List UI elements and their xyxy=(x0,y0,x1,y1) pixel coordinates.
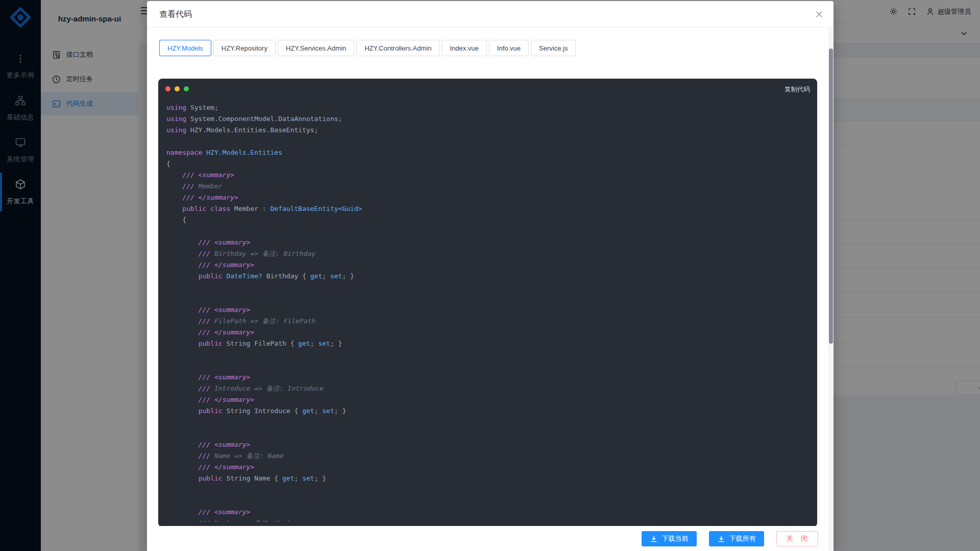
download-all-button[interactable]: 下载所有 xyxy=(709,531,764,546)
green-dot-icon xyxy=(184,86,189,91)
code-line xyxy=(166,484,809,495)
code-line: /// Birthday => 备注: Birthday xyxy=(166,248,809,259)
code-line xyxy=(166,495,809,507)
code-line: using HZY.Models.Entities.BaseEntitys; xyxy=(166,125,809,136)
dialog-footer: 下载当前 下载所有 关 闭 xyxy=(147,526,828,551)
tab-service-js[interactable]: Service.js xyxy=(531,40,576,56)
code-line: /// </summary> xyxy=(166,327,809,338)
code-line: using System; xyxy=(166,102,809,113)
tab-hzy-models[interactable]: HZY.Models xyxy=(159,40,211,56)
modal-scrollbar-track xyxy=(828,28,834,551)
code-line: public String FilePath { get; set; } xyxy=(166,338,809,349)
code-line xyxy=(166,293,809,304)
code-line xyxy=(166,136,809,147)
code-line: /// <summary> xyxy=(166,237,809,248)
code-content: using System;using System.ComponentModel… xyxy=(158,97,817,522)
copy-code-button[interactable]: 复制代码 xyxy=(785,85,810,94)
yellow-dot-icon xyxy=(175,86,180,91)
code-line: /// </summary> xyxy=(166,462,809,473)
code-line: /// <summary> xyxy=(166,170,809,181)
code-line: /// </summary> xyxy=(166,259,809,271)
code-line xyxy=(166,428,809,439)
traffic-light-dots xyxy=(165,86,189,91)
dialog-title: 查看代码 xyxy=(159,9,192,20)
download-icon xyxy=(718,535,725,542)
tab-hzy-repository[interactable]: HZY.Repository xyxy=(213,40,276,56)
code-line xyxy=(166,282,809,293)
red-dot-icon xyxy=(165,86,170,91)
code-file-tabs: HZY.ModelsHZY.RepositoryHZY.Services.Adm… xyxy=(159,40,576,56)
code-line: namespace HZY.Models.Entities xyxy=(166,147,809,158)
code-line: /// <summary> xyxy=(166,304,809,316)
code-line: /// FilePath => 备注: FilePath xyxy=(166,316,809,327)
code-line: /// <summary> xyxy=(166,439,809,450)
code-line: /// Name => 备注: Name xyxy=(166,450,809,462)
code-line: /// <summary> xyxy=(166,507,809,518)
code-block: 复制代码 using System;using System.Component… xyxy=(158,79,817,527)
code-line: public DateTime? Birthday { get; set; } xyxy=(166,271,809,282)
code-line: /// Number => 备注: Number xyxy=(166,518,809,522)
tab-index-vue[interactable]: Index.vue xyxy=(442,40,486,56)
code-line xyxy=(166,361,809,372)
code-line: using System.ComponentModel.DataAnnotati… xyxy=(166,113,809,125)
code-line: /// Member xyxy=(166,181,809,192)
code-line: public class Member : DefaultBaseEntity<… xyxy=(166,203,809,214)
view-code-dialog: 查看代码 HZY.ModelsHZY.RepositoryHZY.Service… xyxy=(147,1,834,551)
code-line: /// </summary> xyxy=(166,394,809,405)
code-line: { xyxy=(166,214,809,226)
download-icon xyxy=(650,535,657,542)
code-line: /// </summary> xyxy=(166,192,809,203)
download-current-button[interactable]: 下载当前 xyxy=(642,531,697,546)
dialog-header: 查看代码 xyxy=(147,1,834,28)
screen: 更多示例基础信息系统管理开发工具 hzy-admin-spa-ui 接口文档定时… xyxy=(0,0,980,551)
code-line: public String Name { get; set; } xyxy=(166,473,809,484)
modal-scrollbar-thumb[interactable] xyxy=(829,49,833,344)
code-line: /// <summary> xyxy=(166,372,809,383)
code-block-header: 复制代码 xyxy=(158,79,817,97)
close-icon[interactable] xyxy=(814,9,824,19)
code-line: public String Introduce { get; set; } xyxy=(166,405,809,417)
tab-hzy-services-admin[interactable]: HZY.Services.Admin xyxy=(278,40,354,56)
code-line xyxy=(166,226,809,237)
code-line xyxy=(166,417,809,428)
code-line: { xyxy=(166,158,809,170)
tab-info-vue[interactable]: Info.vue xyxy=(489,40,529,56)
tab-hzy-controllers-admin[interactable]: HZY.Controllers.Admin xyxy=(356,40,439,56)
close-dialog-button[interactable]: 关 闭 xyxy=(776,531,818,546)
code-line: /// Introduce => 备注: Introduce xyxy=(166,383,809,394)
code-line xyxy=(166,349,809,361)
